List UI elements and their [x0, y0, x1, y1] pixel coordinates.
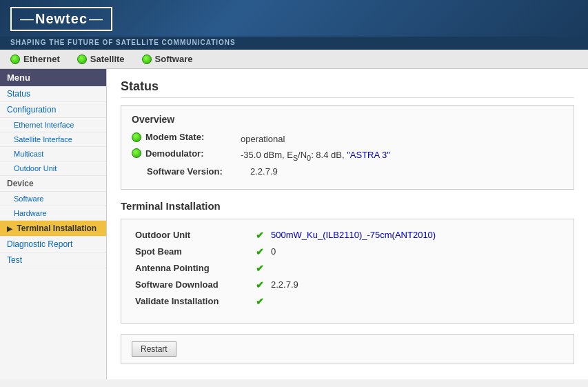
navbar: Ethernet Satellite Software [0, 50, 588, 69]
page-title: Status [121, 79, 574, 98]
demodulator-value: -35.0 dBm, ES/N0: 8.4 dB, "ASTRA 3" [241, 150, 390, 162]
outdoor-unit-label: Outdoor Unit [135, 230, 249, 240]
sidebar-item-outdoor-unit[interactable]: Outdoor Unit [0, 161, 106, 176]
sidebar-item-satellite-interface[interactable]: Satellite Interface [0, 132, 106, 147]
satellite-name: "ASTRA 3" [347, 150, 390, 160]
overview-box: Overview Modem State: operational Demodu… [121, 105, 574, 190]
sidebar-device-label: Device [0, 176, 106, 192]
outdoor-unit-value: 500mW_Ku_(ILB2110)_-75cm(ANT2010) [271, 230, 436, 240]
sidebar-item-hardware[interactable]: Hardware [0, 206, 106, 221]
nav-software[interactable]: Software [142, 54, 193, 64]
software-download-label: Software Download [135, 279, 249, 290]
sidebar: Menu Status Configuration Ethernet Inter… [0, 69, 107, 379]
nav-software-label: Software [155, 54, 193, 64]
terminal-row-software-download: Software Download ✔ 2.2.7.9 [135, 279, 560, 290]
demodulator-label: Demodulator: [132, 148, 235, 159]
antenna-pointing-label: Antenna Pointing [135, 263, 249, 273]
software-status-dot [142, 54, 152, 64]
logo-text: Newtec [35, 11, 88, 27]
overview-title: Overview [132, 114, 563, 125]
logo-box: — Newtec — [10, 7, 112, 31]
terminal-installation-title: Terminal Installation [121, 200, 574, 212]
modem-state-label: Modem State: [132, 132, 235, 142]
modem-state-dot [132, 132, 141, 142]
software-version-row: Software Version: 2.2.7.9 [132, 166, 563, 177]
demodulator-row: Demodulator: -35.0 dBm, ES/N0: 8.4 dB, "… [132, 148, 563, 162]
terminal-row-validate-installation: Validate Installation ✔ [135, 296, 560, 307]
terminal-row-outdoor-unit: Outdoor Unit ✔ 500mW_Ku_(ILB2110)_-75cm(… [135, 230, 560, 241]
sidebar-item-test[interactable]: Test [0, 252, 106, 268]
satellite-status-dot [77, 54, 87, 64]
sidebar-menu-header: Menu [0, 69, 106, 86]
sidebar-item-ethernet-interface[interactable]: Ethernet Interface [0, 118, 106, 132]
validate-installation-check: ✔ [256, 296, 264, 307]
spot-beam-check: ✔ [256, 246, 264, 257]
main-layout: Menu Status Configuration Ethernet Inter… [0, 69, 588, 379]
software-version-value: 2.2.7.9 [250, 166, 278, 177]
logo-dash: — [20, 11, 34, 27]
sidebar-item-configuration[interactable]: Configuration [0, 102, 106, 118]
header: — Newtec — [0, 0, 588, 37]
outdoor-unit-check: ✔ [256, 230, 264, 241]
modem-state-row: Modem State: operational [132, 132, 563, 144]
spot-beam-value: 0 [271, 246, 276, 257]
nav-satellite[interactable]: Satellite [77, 54, 125, 64]
software-download-check: ✔ [256, 279, 264, 290]
sidebar-item-diagnostic-report[interactable]: Diagnostic Report [0, 237, 106, 252]
sidebar-item-terminal-installation[interactable]: Terminal Installation [0, 221, 106, 237]
spot-beam-label: Spot Beam [135, 246, 249, 257]
terminal-row-antenna-pointing: Antenna Pointing ✔ [135, 263, 560, 274]
software-version-label: Software Version: [147, 166, 250, 177]
ethernet-status-dot [10, 54, 20, 64]
content-area: Status Overview Modem State: operational… [107, 69, 588, 379]
antenna-pointing-check: ✔ [256, 263, 264, 274]
terminal-row-spot-beam: Spot Beam ✔ 0 [135, 246, 560, 257]
logo-dash2: — [89, 11, 103, 27]
modem-state-value: operational [241, 134, 285, 144]
validate-installation-label: Validate Installation [135, 296, 249, 306]
nav-ethernet-label: Ethernet [23, 54, 60, 64]
sidebar-item-status[interactable]: Status [0, 86, 106, 102]
terminal-installation-box: Outdoor Unit ✔ 500mW_Ku_(ILB2110)_-75cm(… [121, 219, 574, 324]
tagline: SHAPING THE FUTURE OF SATELLITE COMMUNIC… [0, 37, 588, 50]
sidebar-item-software[interactable]: Software [0, 192, 106, 206]
nav-satellite-label: Satellite [90, 54, 125, 64]
nav-ethernet[interactable]: Ethernet [10, 54, 60, 64]
restart-section: Restart [121, 334, 574, 364]
software-download-value: 2.2.7.9 [271, 279, 298, 290]
restart-button[interactable]: Restart [132, 341, 176, 357]
sidebar-item-multicast[interactable]: Multicast [0, 147, 106, 161]
demodulator-dot [132, 148, 141, 158]
